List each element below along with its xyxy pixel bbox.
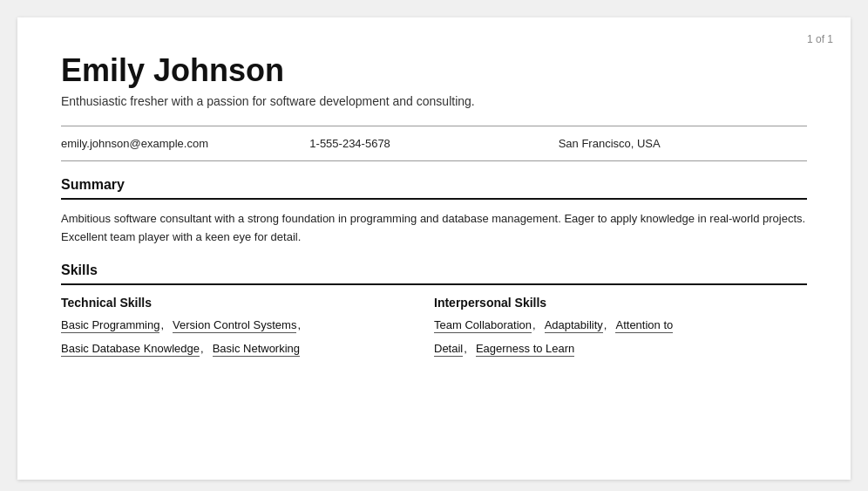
technical-skills-title: Technical Skills (61, 296, 434, 310)
summary-title: Summary (61, 177, 807, 193)
candidate-tagline: Enthusiastic fresher with a passion for … (61, 94, 807, 108)
page-number: 1 of 1 (807, 33, 833, 45)
candidate-name: Emily Johnson (61, 52, 807, 89)
summary-divider (61, 198, 807, 200)
summary-section: Summary Ambitious software consultant wi… (61, 177, 807, 247)
interpersonal-skills-column: Interpersonal Skills Team Collaboration,… (434, 296, 807, 365)
contact-phone: 1-555-234-5678 (309, 137, 558, 150)
skill-detail: Detail, (434, 342, 474, 357)
skill-basic-programming: Basic Programming, (61, 318, 171, 333)
skills-section: Skills Technical Skills Basic Programmin… (61, 263, 807, 365)
skills-title: Skills (61, 263, 807, 278)
contact-email: emily.johnson@example.com (61, 137, 309, 150)
skill-team-collaboration: Team Collaboration, (434, 318, 543, 333)
skill-eagerness-to-learn: Eagerness to Learn (476, 342, 574, 357)
skill-adaptability: Adaptability, (545, 318, 614, 333)
technical-skills-row-2: Basic Database Knowledge, Basic Networki… (61, 342, 434, 365)
summary-text: Ambitious software consultant with a str… (61, 210, 807, 247)
resume-page: 1 of 1 Emily Johnson Enthusiastic freshe… (17, 17, 851, 480)
contact-row: emily.johnson@example.com 1-555-234-5678… (61, 126, 807, 161)
skills-grid: Technical Skills Basic Programming, Vers… (61, 296, 807, 365)
skill-basic-database: Basic Database Knowledge, (61, 342, 211, 357)
skill-version-control: Version Control Systems, (173, 318, 308, 333)
technical-skills-row-1: Basic Programming, Version Control Syste… (61, 318, 434, 342)
skill-basic-networking: Basic Networking (213, 342, 300, 357)
skill-attention-to: Attention to (615, 318, 673, 333)
interpersonal-skills-title: Interpersonal Skills (434, 296, 807, 310)
skills-divider (61, 283, 807, 285)
contact-location: San Francisco, USA (559, 137, 807, 150)
interpersonal-skills-row-1: Team Collaboration, Adaptability, Attent… (434, 318, 807, 342)
interpersonal-skills-row-2: Detail, Eagerness to Learn (434, 342, 807, 365)
technical-skills-column: Technical Skills Basic Programming, Vers… (61, 296, 434, 365)
